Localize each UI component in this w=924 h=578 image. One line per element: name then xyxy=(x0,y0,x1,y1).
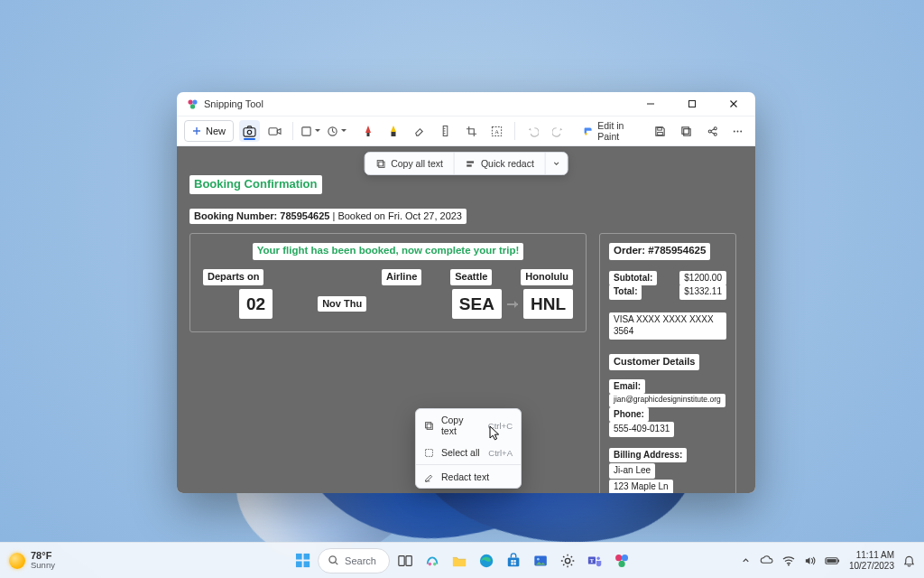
snip-mode-dropdown[interactable] xyxy=(300,120,321,142)
quick-redact-dropdown[interactable] xyxy=(546,153,568,174)
plus-icon xyxy=(192,126,201,135)
svg-rect-43 xyxy=(426,449,433,456)
svg-rect-60 xyxy=(513,563,515,564)
wifi-icon[interactable] xyxy=(782,555,795,566)
start-button[interactable] xyxy=(291,549,314,573)
settings-button[interactable] xyxy=(556,549,579,573)
search-placeholder: Search xyxy=(345,555,376,566)
svg-point-68 xyxy=(622,555,628,561)
taskbar-center: Search T xyxy=(291,548,633,573)
svg-point-53 xyxy=(428,562,431,565)
taskbar: 78°F Sunny Search T 11:11 AM 10/27/2023 xyxy=(0,542,924,578)
volume-icon[interactable] xyxy=(804,555,816,566)
more-button[interactable] xyxy=(727,120,748,142)
context-menu: Copy text Ctrl+C Select all Ctrl+A Redac… xyxy=(415,408,522,489)
doc-heading: Booking Confirmation xyxy=(189,175,322,194)
text-actions-bar: Copy all text Quick redact xyxy=(364,152,568,175)
copy-icon xyxy=(375,159,385,169)
edge-button[interactable] xyxy=(475,549,498,573)
notifications-icon[interactable] xyxy=(903,555,915,567)
text-actions-button[interactable]: A xyxy=(486,120,507,142)
clock-date: 10/27/2023 xyxy=(849,561,894,572)
crop-button[interactable] xyxy=(461,120,482,142)
redo-button[interactable] xyxy=(548,120,568,142)
svg-rect-26 xyxy=(658,132,663,135)
copilot-button[interactable] xyxy=(420,549,444,573)
pen-red-button[interactable] xyxy=(357,120,378,142)
chevron-down-icon xyxy=(553,160,560,167)
search-icon xyxy=(328,555,339,566)
svg-rect-38 xyxy=(377,160,383,165)
edit-in-paint-button[interactable]: Edit in Paint xyxy=(579,120,644,142)
quick-redact-label: Quick redact xyxy=(481,158,534,169)
new-button-label: New xyxy=(206,126,226,136)
svg-rect-72 xyxy=(838,559,839,562)
task-view-button[interactable] xyxy=(393,549,417,573)
banner: Your flight has been booked, now complet… xyxy=(253,243,524,260)
minimize-button[interactable] xyxy=(633,92,669,116)
svg-rect-47 xyxy=(295,561,301,567)
ctx-redact-text[interactable]: Redact text xyxy=(416,466,521,488)
undo-button[interactable] xyxy=(522,120,543,142)
share-button[interactable] xyxy=(702,120,723,142)
new-button[interactable]: New xyxy=(184,120,234,142)
depart-month-day: Nov Thu xyxy=(318,296,366,312)
card-info: VISA XXXX XXXX XXXX 3564 xyxy=(609,312,726,340)
close-button[interactable] xyxy=(716,92,752,116)
svg-text:A: A xyxy=(494,127,499,134)
taskbar-clock[interactable]: 11:11 AM 10/27/2023 xyxy=(849,550,894,571)
svg-rect-4 xyxy=(689,101,696,107)
tray-chevron[interactable] xyxy=(741,555,751,565)
copy-button[interactable] xyxy=(676,120,697,142)
airport-codes: SEA HNL xyxy=(452,289,573,320)
svg-rect-41 xyxy=(427,424,432,429)
snipping-tool-taskbar[interactable] xyxy=(610,549,633,573)
photos-button[interactable] xyxy=(529,549,552,573)
camera-snip-button[interactable] xyxy=(239,120,260,142)
arrow-icon xyxy=(507,303,518,305)
svg-rect-25 xyxy=(658,127,662,130)
copy-icon xyxy=(424,421,434,431)
teams-button[interactable]: T xyxy=(583,549,606,573)
quick-redact-button[interactable]: Quick redact xyxy=(455,153,545,174)
highlighter-button[interactable] xyxy=(383,120,404,142)
ctx-select-all[interactable]: Select all Ctrl+A xyxy=(416,442,521,463)
weather-cond: Sunny xyxy=(31,561,55,570)
maximize-button[interactable] xyxy=(674,92,710,116)
phone-value: 555-409-0131 xyxy=(609,422,674,437)
phone-label: Phone: xyxy=(609,407,649,423)
svg-point-66 xyxy=(596,556,600,560)
paint-icon xyxy=(583,126,593,137)
battery-icon[interactable] xyxy=(825,556,840,565)
save-button[interactable] xyxy=(650,120,670,142)
total-label: Total: xyxy=(609,284,642,300)
select-all-icon xyxy=(424,448,434,458)
svg-rect-48 xyxy=(303,561,310,567)
taskbar-weather[interactable]: 78°F Sunny xyxy=(9,550,55,571)
svg-rect-40 xyxy=(467,164,472,166)
explorer-button[interactable] xyxy=(448,549,471,573)
svg-point-54 xyxy=(433,562,437,565)
svg-point-34 xyxy=(734,130,735,132)
to-city: Honolulu xyxy=(521,269,573,285)
store-button[interactable] xyxy=(502,549,525,573)
ctx-select-label: Select all xyxy=(441,447,480,458)
eraser-button[interactable] xyxy=(410,120,430,142)
subtotal-label: Subtotal: xyxy=(609,271,657,286)
airline-label: Airline xyxy=(382,269,421,285)
sun-icon xyxy=(9,553,25,569)
ruler-button[interactable] xyxy=(435,120,456,142)
video-snip-button[interactable] xyxy=(265,120,286,142)
delay-dropdown[interactable] xyxy=(327,120,347,142)
ctx-copy-text[interactable]: Copy text Ctrl+C xyxy=(416,409,521,442)
svg-rect-45 xyxy=(295,554,301,560)
copy-all-text-button[interactable]: Copy all text xyxy=(365,153,454,174)
svg-line-50 xyxy=(335,562,337,564)
taskbar-search[interactable]: Search xyxy=(318,548,390,573)
email-value: jian@graphicdesigninstitute.org xyxy=(609,394,725,406)
svg-rect-17 xyxy=(392,132,396,136)
onedrive-icon[interactable] xyxy=(760,555,773,565)
svg-rect-46 xyxy=(303,554,310,560)
ctx-copy-shortcut: Ctrl+C xyxy=(488,421,513,431)
svg-point-1 xyxy=(192,99,197,104)
